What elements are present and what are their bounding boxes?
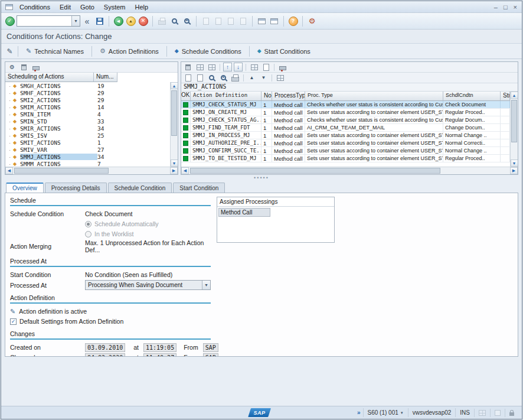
changed-date-field[interactable]: 04.02.2020 — [85, 353, 125, 357]
table-row[interactable]: SMMJ_CHECK_STATUS_AG..1Method callChecks… — [181, 116, 510, 124]
move-up-icon[interactable]: ↑ — [223, 63, 232, 71]
find-icon[interactable] — [207, 73, 217, 83]
command-dropdown-icon[interactable]: ▼ — [71, 16, 80, 26]
maximize-icon[interactable]: □ — [504, 4, 508, 11]
column-processtyp[interactable]: ProcessTyp — [272, 92, 305, 101]
column-proc-type[interactable]: Proc. Type — [305, 92, 443, 101]
column-strtcndtn[interactable]: StrtC — [501, 92, 510, 101]
tree-header-name[interactable]: Scheduling of Actions — [5, 73, 94, 82]
back-icon[interactable]: ◀ — [113, 15, 124, 27]
table-vertical-scrollbar[interactable]: ▲ ▼ — [510, 92, 518, 167]
assigned-processing-item[interactable]: Method Call — [218, 208, 270, 217]
scroll-left-icon[interactable]: ◀ — [181, 167, 189, 174]
print-icon[interactable] — [230, 73, 240, 83]
command-input[interactable] — [17, 16, 71, 26]
scroll-left-icon[interactable]: ◀ — [5, 167, 13, 174]
scroll-up-icon[interactable]: ▲ — [171, 82, 178, 89]
help-icon[interactable]: ? — [287, 15, 299, 27]
scroll-right-icon[interactable]: ▶ — [170, 167, 178, 174]
in-the-worklist-radio[interactable] — [85, 231, 91, 237]
new-session-icon[interactable] — [256, 15, 267, 27]
scroll-right-icon[interactable]: ▶ — [510, 167, 518, 174]
column-schdlcndtn[interactable]: SchdlCndtn — [443, 92, 501, 101]
technical-names-button[interactable]: ✎ Technical Names — [21, 46, 89, 57]
local-data-icon[interactable] — [474, 409, 490, 417]
tree-item[interactable]: ·◆SMIN_ITEM4 — [5, 110, 170, 118]
minimize-icon[interactable]: – — [494, 4, 498, 11]
tab-start-condition[interactable]: Start Condition — [173, 183, 225, 193]
changed-time-field[interactable]: 11:40:37 — [143, 353, 176, 357]
find-next-icon[interactable] — [218, 73, 228, 83]
enter-button[interactable]: ✓ — [4, 15, 15, 27]
scrollbar-thumb[interactable] — [511, 100, 517, 142]
table-row[interactable]: SMMJ_IN_PROCESS_MJ1Method callSets user … — [181, 132, 510, 139]
tree-header-num[interactable]: Num... — [94, 73, 117, 82]
window-menu-icon[interactable] — [4, 1, 15, 12]
table-row[interactable]: SMMJ_FIND_TEAM_FDT1Method callAI_CRM_CM_… — [181, 124, 510, 132]
menu-system[interactable]: System — [99, 2, 130, 12]
copy-row-icon[interactable] — [261, 63, 271, 72]
customize-icon[interactable]: ⚙ — [7, 63, 17, 72]
action-definitions-button[interactable]: ⚙ Action Definitions — [94, 46, 164, 57]
tab-schedule-condition[interactable]: Schedule Condition — [108, 183, 172, 193]
tree-item[interactable]: ·◆SMI2_ACTIONS29 — [5, 96, 170, 103]
move-down-icon[interactable]: ↓ — [234, 63, 243, 71]
menu-goto[interactable]: Goto — [76, 2, 99, 12]
display-change-icon[interactable]: ✎ — [4, 45, 15, 57]
schedule-conditions-button[interactable]: ◆ Schedule Conditions — [169, 46, 247, 57]
scrollbar-thumb[interactable] — [171, 90, 177, 136]
menu-conditions[interactable]: Conditions — [15, 2, 55, 12]
created-by-field[interactable]: SAP — [203, 343, 218, 352]
changed-by-field[interactable]: SAP — [203, 353, 218, 357]
table-row[interactable]: SMMJ_CHECK_STATUS_MJ1Method callChecks w… — [181, 101, 510, 109]
select-all-icon[interactable] — [195, 63, 205, 72]
scroll-down-icon[interactable]: ▼ — [171, 159, 178, 167]
save-icon[interactable] — [94, 15, 105, 27]
tree-item[interactable]: ·◆SMIN_STD33 — [5, 118, 170, 125]
tab-processing-details[interactable]: Processing Details — [45, 183, 107, 193]
tree-item[interactable]: ·◆SMIM_ACTIONS14 — [5, 103, 170, 110]
status-overflow-icon[interactable]: » — [355, 409, 363, 416]
schedule-automatically-radio[interactable] — [85, 221, 91, 227]
scroll-down-icon[interactable]: ▼ — [511, 159, 518, 167]
close-icon[interactable]: × — [514, 4, 517, 11]
start-conditions-button[interactable]: ◆ Start Conditions — [252, 46, 316, 57]
table-settings-icon[interactable] — [275, 73, 285, 83]
create-entry-icon[interactable] — [183, 73, 193, 83]
deselect-all-icon[interactable] — [207, 63, 217, 72]
tree-vertical-scrollbar[interactable]: ▲ ▼ — [170, 82, 178, 167]
column-ok[interactable]: OK — [181, 92, 191, 101]
menu-edit[interactable]: Edit — [55, 2, 76, 12]
table-row[interactable]: SMMJ_TO_BE_TESTED_MJ1Method callSets use… — [181, 155, 510, 162]
delete-row-icon[interactable] — [183, 63, 193, 72]
customize-layout-icon[interactable]: ⚙ — [306, 15, 318, 27]
tree-item[interactable]: ·◆SMIS_ISV25 — [5, 132, 170, 139]
response-time-icon[interactable] — [490, 409, 505, 417]
scrollbar-thumb[interactable] — [190, 168, 440, 174]
table-row[interactable]: SMMJ_AUTHORIZE_PRE_I..1Method callSets u… — [181, 139, 510, 147]
tree-horizontal-scrollbar[interactable]: ◀ ▶ — [5, 167, 178, 174]
transport-icon[interactable] — [31, 63, 41, 72]
find-icon[interactable] — [169, 15, 180, 27]
created-time-field[interactable]: 11:19:05 — [143, 343, 176, 352]
transport-entries-icon[interactable] — [277, 63, 287, 72]
find-next-icon[interactable] — [181, 15, 192, 27]
tab-overview[interactable]: Overview — [6, 183, 44, 193]
created-date-field[interactable]: 03.09.2010 — [85, 343, 125, 352]
tree-item[interactable]: ·◆SMIV_VAR27 — [5, 146, 170, 153]
scroll-up-icon[interactable]: ▲ — [511, 92, 518, 99]
sort-ascending-icon[interactable]: ▲ — [247, 73, 257, 83]
tree-item[interactable]: ·◆SMHF_ACTIONS29 — [5, 89, 170, 96]
tree-item[interactable]: ·◆SMIR_ACTIONS34 — [5, 125, 170, 132]
delete-icon[interactable] — [19, 63, 29, 72]
menu-help[interactable]: Help — [130, 2, 153, 12]
table-horizontal-scrollbar[interactable]: ◀ ▶ — [181, 167, 518, 174]
sort-descending-icon[interactable]: ▼ — [259, 73, 269, 83]
display-entry-icon[interactable] — [195, 73, 205, 83]
cancel-icon[interactable]: ✕ — [138, 15, 149, 27]
system-field[interactable]: S60 (1) 001 ▼ — [363, 408, 408, 417]
exit-icon[interactable]: ▲ — [125, 15, 136, 27]
collapse-command-icon[interactable]: « — [81, 15, 93, 27]
column-action-definition[interactable]: Action Definition — [191, 92, 262, 101]
insert-mode-field[interactable]: INS — [455, 408, 474, 417]
